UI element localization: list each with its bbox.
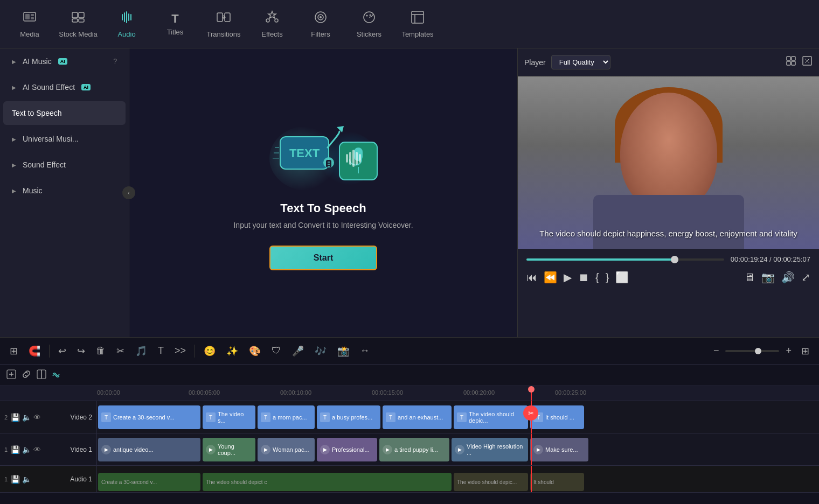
svg-text:TEXT: TEXT	[289, 146, 320, 160]
svg-rect-3	[31, 17, 34, 19]
clip-a1-1[interactable]: The video should depict c	[203, 473, 452, 491]
sound-effect-label: Sound Effect	[23, 160, 66, 169]
add-track-button[interactable]	[6, 369, 16, 381]
clip-v1-1[interactable]: ▶ Young coup...	[203, 438, 255, 461]
nav-templates[interactable]: Templates	[393, 3, 442, 46]
play-button[interactable]: ▶	[564, 271, 572, 284]
clip-a1-0[interactable]: Create a 30-second v...	[98, 473, 200, 491]
undo-button[interactable]: ↩	[55, 343, 70, 359]
volume-button[interactable]: 🔊	[781, 271, 795, 284]
monitor-button[interactable]: 🖥	[744, 271, 755, 284]
audio-tool[interactable]: 🎵	[132, 343, 150, 359]
delete-button[interactable]: 🗑	[93, 343, 109, 359]
link-button[interactable]	[22, 369, 31, 381]
layout-button[interactable]: ⬜	[615, 271, 629, 284]
clip-v2-5[interactable]: T The video should depic...	[454, 405, 528, 429]
fullscreen-icon[interactable]	[802, 55, 813, 69]
svg-rect-24	[354, 148, 363, 161]
help-icon-music[interactable]: ?	[113, 58, 117, 65]
clip-v1-6[interactable]: ▶ Make sure...	[530, 438, 588, 461]
nav-audio[interactable]: Audio	[102, 3, 151, 46]
mic-tool[interactable]: 🎤	[289, 343, 307, 359]
effect-tool[interactable]: ✨	[223, 343, 241, 359]
fullscreen-expand-button[interactable]: ⤢	[801, 271, 810, 284]
clip-v1-2[interactable]: ▶ Woman pac...	[258, 438, 315, 461]
clip-v2-6[interactable]: T It should ...	[530, 405, 584, 429]
sidebar-item-universal-music[interactable]: ▶ Universal Musi...	[3, 127, 126, 151]
save-icon-v1[interactable]: 💾	[11, 445, 20, 454]
clip-t-icon-2: T	[206, 412, 216, 422]
color-tool[interactable]: 🎨	[246, 343, 264, 359]
nav-transitions-label: Transitions	[206, 30, 240, 38]
cut-tool[interactable]: ✂	[113, 343, 128, 359]
track-num-video2: 2	[4, 414, 8, 421]
collapse-sidebar-button[interactable]: ‹	[122, 186, 135, 199]
quality-select[interactable]: Full Quality Half Quality	[551, 55, 610, 69]
clip-v1-0[interactable]: ▶ antique video...	[98, 438, 200, 461]
nav-effects-label: Effects	[261, 30, 283, 38]
screenshot-button[interactable]: 📷	[761, 271, 775, 284]
clip-v2-1[interactable]: T The video s...	[203, 405, 255, 429]
magnet-tool[interactable]: 🧲	[25, 343, 44, 359]
music-tool2[interactable]: 🎶	[311, 343, 330, 359]
step-back-button[interactable]: ⏮	[526, 271, 537, 284]
eye-icon-v2[interactable]: 👁	[33, 413, 41, 422]
volume-icon-v1[interactable]: 🔈	[22, 445, 31, 454]
clip-v1-3[interactable]: ▶ Professional...	[317, 438, 377, 461]
grid-tool[interactable]: ⊞	[798, 343, 813, 359]
zoom-out-button[interactable]: −	[710, 343, 723, 359]
mark-in-button[interactable]: {	[595, 271, 599, 284]
svg-rect-6	[72, 19, 78, 22]
sidebar-item-ai-music[interactable]: ▶ AI Music AI ?	[3, 50, 126, 73]
layout-tool[interactable]: ⊞	[6, 343, 21, 359]
text-tool[interactable]: T	[155, 343, 167, 359]
redo-button[interactable]: ↪	[74, 343, 88, 359]
progress-track[interactable]	[526, 258, 724, 261]
resize-tool[interactable]: ↔	[357, 343, 373, 359]
clip-t-icon-5: T	[386, 412, 395, 422]
clip-v2-4[interactable]: T and an exhaust...	[383, 405, 452, 429]
volume-icon-v2[interactable]: 🔈	[22, 413, 31, 422]
mark-out-button[interactable]: }	[606, 271, 609, 284]
clip-v2-0[interactable]: T Create a 30-second v...	[98, 405, 200, 429]
nav-titles[interactable]: T Titles	[151, 3, 199, 46]
nav-transitions[interactable]: Transitions	[199, 3, 248, 46]
save-icon-v2[interactable]: 💾	[11, 413, 20, 422]
shield-tool[interactable]: 🛡	[268, 343, 284, 359]
clip-a1-2[interactable]: The video should depic...	[454, 473, 528, 491]
clip-v1-4[interactable]: ▶ a tired puppy li...	[379, 438, 449, 461]
clip-a1-3[interactable]: It should	[530, 473, 584, 491]
more-tools[interactable]: >>	[171, 343, 189, 359]
nav-stock-media[interactable]: Stock Media	[54, 3, 102, 46]
svg-point-10	[266, 19, 269, 22]
grid-view-icon[interactable]	[786, 55, 796, 69]
sidebar-item-music[interactable]: ▶ Music	[3, 179, 126, 202]
nav-effects[interactable]: Effects	[248, 3, 296, 46]
stop-button[interactable]: ⏹	[578, 271, 589, 284]
sidebar-item-ai-sound-effect[interactable]: ▶ AI Sound Effect AI	[3, 75, 126, 99]
nav-media[interactable]: Media	[5, 3, 54, 46]
nav-filters[interactable]: Filters	[296, 3, 345, 46]
eye-icon-v1[interactable]: 👁	[33, 445, 41, 454]
zoom-in-button[interactable]: +	[782, 343, 795, 359]
nav-stickers-label: Stickers	[357, 30, 381, 38]
clip-v1-5[interactable]: ▶ Video High resolution ...	[452, 438, 528, 461]
save-icon-a1[interactable]: 💾	[11, 475, 20, 484]
zoom-track[interactable]	[725, 350, 779, 352]
sidebar-item-text-to-speech[interactable]: Text to Speech	[3, 101, 126, 125]
clip-t-icon: T	[101, 412, 111, 422]
sidebar-item-sound-effect[interactable]: ▶ Sound Effect	[3, 153, 126, 177]
clip-v2-3[interactable]: T a busy profes...	[317, 405, 380, 429]
volume-icon-a1[interactable]: 🔈	[22, 475, 31, 484]
split-button[interactable]	[37, 369, 46, 381]
track-label-video1: 1 💾 🔈 👁 Video 1	[0, 433, 97, 465]
frame-back-button[interactable]: ⏪	[544, 271, 557, 284]
start-button[interactable]: Start	[269, 246, 377, 270]
ripple-button[interactable]	[52, 369, 61, 381]
ruler-mark-2: 00:00:10:00	[280, 389, 311, 396]
clip-v2-2[interactable]: T a mom pac...	[258, 405, 315, 429]
track-clips-audio1: Create a 30-second v... The video should…	[97, 466, 819, 492]
nav-stickers[interactable]: Stickers	[345, 3, 393, 46]
capture-tool[interactable]: 📸	[334, 343, 352, 359]
face-tool[interactable]: 😊	[200, 343, 219, 359]
